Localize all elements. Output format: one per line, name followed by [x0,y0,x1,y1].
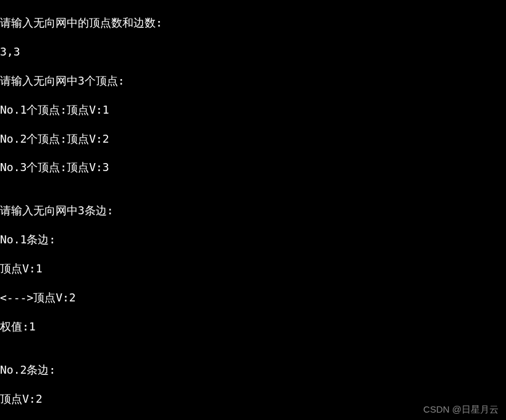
terminal-line: <--->顶点V:2 [0,290,506,304]
terminal-line: No.3个顶点:顶点V:3 [0,160,506,174]
terminal-line: 3,3 [0,44,506,59]
terminal-line: 顶点V:1 [0,261,506,275]
terminal-line: 权值:1 [0,319,506,334]
terminal-line: 请输入无向网中3条边: [0,203,506,217]
watermark-text: CSDN @日星月云 [423,403,499,416]
terminal-line: No.1条边: [0,232,506,246]
terminal-line: 请输入无向网中3个顶点: [0,74,506,88]
terminal-output: 请输入无向网中的顶点数和边数: 3,3 请输入无向网中3个顶点: No.1个顶点… [0,0,506,420]
terminal-line: No.2个顶点:顶点V:2 [0,132,506,146]
terminal-line: 请输入无向网中的顶点数和边数: [0,15,506,30]
terminal-line: No.2条边: [0,363,506,377]
terminal-line: No.1个顶点:顶点V:1 [0,103,506,117]
